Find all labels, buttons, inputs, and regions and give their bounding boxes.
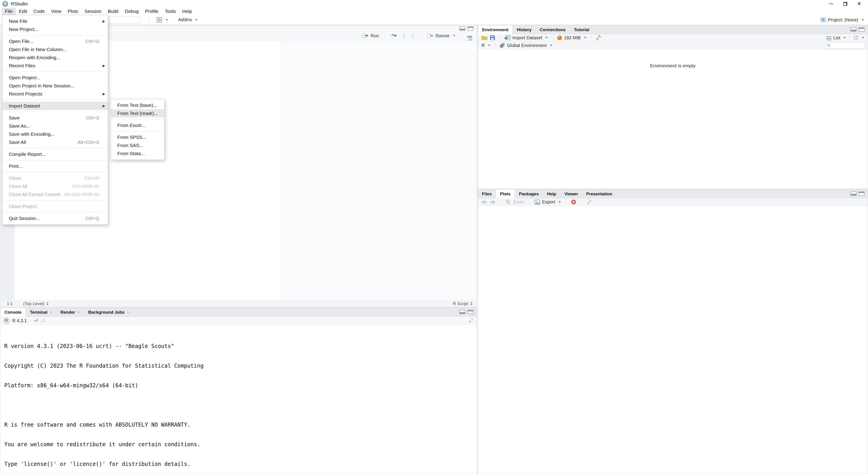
- menu-item-from-spss[interactable]: From SPSS...: [111, 133, 164, 141]
- close-window-button[interactable]: [852, 0, 866, 8]
- tab-terminal[interactable]: Terminal: [26, 308, 56, 316]
- menu-item-save-with-encoding[interactable]: Save with Encoding...: [2, 130, 108, 138]
- save-workspace-button[interactable]: [489, 35, 496, 40]
- rerun-button[interactable]: [390, 33, 398, 38]
- menu-build[interactable]: Build: [105, 8, 122, 15]
- language-selector[interactable]: R: [480, 43, 491, 48]
- minimize-pane-icon[interactable]: [459, 26, 465, 31]
- maximize-pane-icon[interactable]: [859, 192, 865, 196]
- close-tab-icon[interactable]: [50, 310, 53, 314]
- menu-session[interactable]: Session: [81, 8, 105, 15]
- tab-files[interactable]: Files: [478, 190, 496, 198]
- tab-help[interactable]: Help: [543, 190, 560, 198]
- menu-item-save-as[interactable]: Save As...: [2, 122, 108, 130]
- minimize-pane-icon[interactable]: [459, 310, 465, 314]
- view-mode-button[interactable]: List: [826, 35, 847, 40]
- menu-item-save-all[interactable]: Save AllAlt+Ctrl+S: [2, 138, 108, 146]
- restore-window-button[interactable]: [838, 0, 852, 8]
- tab-connections[interactable]: Connections: [536, 26, 570, 34]
- menu-item-compile-report[interactable]: Compile Report...: [2, 150, 108, 158]
- console-output[interactable]: R version 4.3.1 (2023-06-16 ucrt) -- "Be…: [0, 325, 477, 474]
- menu-edit[interactable]: Edit: [16, 8, 30, 15]
- menu-item-open-file-new-column[interactable]: Open File in New Column...: [2, 45, 108, 54]
- close-tab-icon[interactable]: [127, 310, 129, 314]
- source-down-button[interactable]: ⇩: [409, 33, 416, 39]
- menu-code[interactable]: Code: [30, 8, 48, 15]
- menu-help[interactable]: Help: [179, 8, 195, 15]
- menu-separator: [111, 119, 164, 120]
- next-plot-button[interactable]: [489, 200, 496, 204]
- tab-background-jobs[interactable]: Background Jobs: [84, 308, 133, 316]
- menu-profile[interactable]: Profile: [142, 8, 162, 15]
- maximize-pane-icon[interactable]: [467, 310, 473, 314]
- remove-plot-button[interactable]: [570, 199, 577, 205]
- tab-console[interactable]: Console: [0, 308, 26, 316]
- clear-environment-button[interactable]: [595, 35, 602, 40]
- clear-console-button[interactable]: [468, 318, 473, 324]
- cursor-position: 1:1: [7, 301, 13, 306]
- environment-scope-selector[interactable]: Global Environment: [499, 43, 553, 48]
- import-dataset-button[interactable]: Import Dataset: [503, 35, 549, 40]
- file-type-selector[interactable]: R Script: [453, 301, 472, 306]
- menu-item-save[interactable]: SaveCtrl+S: [2, 114, 108, 122]
- minimize-window-button[interactable]: [824, 0, 838, 8]
- menu-tools[interactable]: Tools: [162, 8, 179, 15]
- run-button[interactable]: Run: [362, 33, 380, 38]
- memory-usage-button[interactable]: 182 MiB: [556, 35, 587, 40]
- source-button[interactable]: Source: [426, 33, 456, 38]
- menu-item-open-file[interactable]: Open File...Ctrl+O: [2, 37, 108, 45]
- project-menu-button[interactable]: R Project: (None): [819, 16, 866, 24]
- minimize-pane-icon[interactable]: [850, 192, 857, 196]
- maximize-pane-icon[interactable]: [467, 26, 473, 31]
- menu-item-recent-files[interactable]: Recent Files: [2, 62, 108, 70]
- menu-item-reopen-with-encoding[interactable]: Reopen with Encoding...: [2, 54, 108, 62]
- menu-item-new-project[interactable]: New Project...: [2, 25, 108, 33]
- tab-tutorial[interactable]: Tutorial: [570, 26, 593, 34]
- tab-presentation[interactable]: Presentation: [582, 190, 616, 198]
- menu-item-print[interactable]: Print...: [2, 162, 108, 170]
- menu-debug[interactable]: Debug: [121, 8, 142, 15]
- document-outline-button[interactable]: [466, 35, 473, 37]
- export-plot-button[interactable]: Export: [533, 199, 562, 205]
- zoom-plot-button[interactable]: Zoom: [505, 199, 525, 205]
- load-workspace-button[interactable]: [480, 35, 488, 40]
- tab-render[interactable]: Render: [56, 308, 84, 316]
- menu-item-from-sas[interactable]: From SAS...: [111, 141, 164, 149]
- menu-item-close-project[interactable]: Close Project: [2, 202, 108, 210]
- tab-packages[interactable]: Packages: [515, 190, 543, 198]
- tab-environment[interactable]: Environment: [478, 26, 513, 34]
- pane-layout-button[interactable]: [155, 16, 169, 24]
- menu-item-close-all-except-current[interactable]: Close All Except CurrentAlt+Ctrl+Shift+W: [2, 190, 108, 199]
- close-icon: [857, 1, 861, 6]
- menu-item-close-all[interactable]: Close AllCtrl+Shift+W: [2, 182, 108, 190]
- scope-selector[interactable]: (Top Level): [23, 301, 49, 306]
- clear-all-plots-button[interactable]: [585, 199, 593, 205]
- environment-search-input[interactable]: [825, 42, 865, 48]
- maximize-pane-icon[interactable]: [859, 27, 865, 32]
- tab-viewer[interactable]: Viewer: [560, 190, 582, 198]
- tab-plots[interactable]: Plots: [496, 190, 515, 198]
- menu-plots[interactable]: Plots: [64, 8, 81, 15]
- menu-item-import-dataset[interactable]: Import Dataset: [2, 102, 108, 110]
- source-up-button[interactable]: ⇧: [400, 33, 407, 39]
- menu-item-open-project-new-session[interactable]: Open Project in New Session...: [2, 82, 108, 90]
- menu-item-close[interactable]: CloseCtrl+W: [2, 174, 108, 182]
- refresh-environment-button[interactable]: [852, 35, 865, 40]
- working-directory[interactable]: ~/: [34, 318, 37, 324]
- close-tab-icon[interactable]: [77, 310, 80, 314]
- tab-history[interactable]: History: [513, 26, 535, 34]
- import-dataset-submenu: From Text (base)... From Text (readr)...…: [111, 99, 164, 160]
- menu-item-from-text-base[interactable]: From Text (base)...: [111, 101, 164, 109]
- menu-item-recent-projects[interactable]: Recent Projects: [2, 90, 108, 98]
- menu-file[interactable]: File: [2, 8, 16, 15]
- menu-item-from-text-readr[interactable]: From Text (readr)...: [111, 109, 164, 117]
- menu-item-open-project[interactable]: Open Project...: [2, 74, 108, 82]
- menu-view[interactable]: View: [48, 8, 64, 15]
- addins-button[interactable]: Addins: [177, 16, 199, 24]
- previous-plot-button[interactable]: [480, 200, 488, 204]
- menu-item-from-excel[interactable]: From Excel...: [111, 121, 164, 129]
- menu-item-new-file[interactable]: New File: [2, 17, 108, 25]
- minimize-pane-icon[interactable]: [850, 27, 857, 32]
- menu-item-from-stata[interactable]: From Stata...: [111, 149, 164, 158]
- menu-item-quit-session[interactable]: Quit Session...Ctrl+Q: [2, 214, 108, 223]
